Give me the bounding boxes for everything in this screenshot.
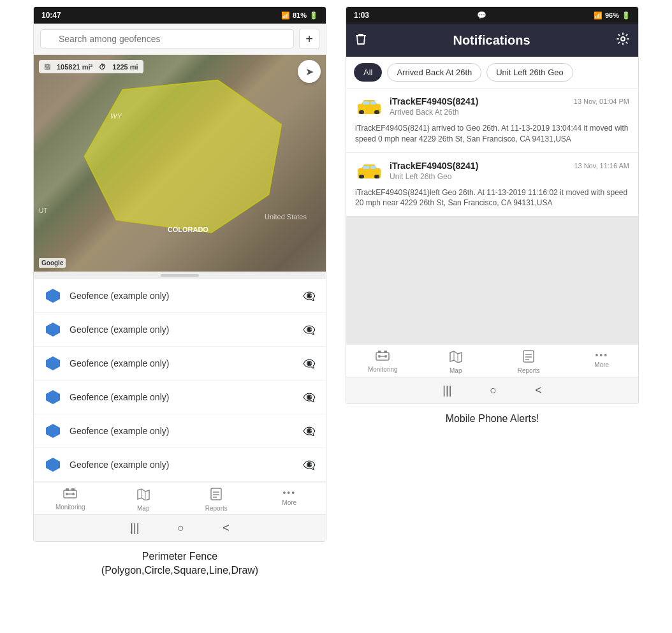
geofence-polygon (34, 55, 326, 271)
left-phone-screen: 10:47 📶 81% 🔋 🔍 + WY UT (33, 6, 326, 542)
android-recents-r[interactable]: ||| (442, 384, 451, 397)
map-area: WY UT United States COLORADO ▨ 105821 mi… (34, 55, 326, 272)
status-bar-right: 1:03 💬 📶 96% 🔋 (346, 7, 638, 24)
notif-time: 13 Nov, 11:16 AM (574, 162, 629, 170)
notif-device-name: iTrackEF4940S(8241) (390, 96, 478, 106)
notif-card-header: iTrackEF4940S(8241) 13 Nov, 01:04 PM Arr… (355, 96, 629, 119)
svg-rect-38 (523, 351, 534, 362)
android-back[interactable]: < (223, 521, 230, 535)
svg-rect-29 (370, 166, 376, 169)
status-icons-left: 📶 81% 🔋 (281, 11, 318, 20)
nav-map[interactable]: Map (107, 488, 180, 512)
geofence-item[interactable]: Geofence (example only) 👁️‍🗨️ (34, 448, 326, 482)
geofence-label: Geofence (example only) (69, 460, 295, 470)
notification-item[interactable]: iTrackEF4940S(8241) 13 Nov, 01:04 PM Arr… (346, 89, 638, 153)
android-nav-right: ||| ○ < (346, 377, 638, 404)
svg-rect-15 (211, 488, 221, 500)
eye-off-icon[interactable]: 👁️‍🗨️ (303, 290, 316, 302)
reports-icon-r (522, 350, 535, 366)
delete-button[interactable] (355, 33, 367, 48)
svg-rect-32 (384, 351, 387, 353)
map-label-wy: WY (110, 112, 122, 120)
nav-monitoring[interactable]: Monitoring (34, 488, 107, 512)
android-back-r[interactable]: < (535, 384, 542, 397)
right-phone-screen: 1:03 💬 📶 96% 🔋 Notifications (346, 6, 639, 404)
filter-left[interactable]: Unit Left 26th Geo (486, 63, 573, 82)
bottom-nav-right: Monitoring Map (346, 344, 638, 377)
nav-reports-label-r: Reports (518, 367, 540, 374)
android-nav-left: ||| ○ < (34, 514, 326, 541)
geofence-item[interactable]: Geofence (example only) 👁️‍🗨️ (34, 279, 326, 313)
notification-item[interactable]: iTrackEF4940S(8241) 13 Nov, 11:16 AM Uni… (346, 153, 638, 217)
eye-off-icon[interactable]: 👁️‍🗨️ (303, 358, 316, 370)
status-bar-left: 10:47 📶 81% 🔋 (34, 7, 326, 24)
map-area-value: 105821 mi² (57, 63, 92, 71)
battery-right: 96% (605, 11, 619, 19)
geofence-item[interactable]: Geofence (example only) 👁️‍🗨️ (34, 313, 326, 347)
notif-subtitle: Arrived Back At 26th (390, 108, 629, 117)
svg-point-19 (621, 37, 625, 41)
car-icon (355, 98, 383, 117)
svg-marker-0 (85, 80, 282, 233)
add-geofence-button[interactable]: + (299, 29, 319, 49)
svg-marker-3 (46, 356, 60, 370)
notification-map-area (346, 217, 638, 344)
nav-map-label: Map (137, 505, 149, 512)
eye-off-icon[interactable]: 👁️‍🗨️ (303, 391, 316, 404)
settings-button[interactable] (617, 33, 629, 48)
nav-reports-r[interactable]: Reports (492, 350, 566, 374)
map-label-ut: UT (39, 207, 47, 214)
nav-map-r[interactable]: Map (420, 350, 493, 374)
right-caption: Mobile Phone Alerts! (446, 412, 539, 426)
svg-rect-27 (374, 175, 379, 178)
left-caption: Perimeter Fence (Polygon,Circle,Square,L… (101, 549, 258, 578)
compass-button[interactable]: ➤ (298, 60, 321, 83)
battery-left: 81% (293, 11, 307, 19)
map-area-icon: ▨ (44, 62, 50, 71)
nav-monitoring-r[interactable]: Monitoring (346, 350, 420, 374)
android-recents[interactable]: ||| (130, 521, 139, 535)
geofence-item[interactable]: Geofence (example only) 👁️‍🗨️ (34, 414, 326, 448)
svg-point-34 (384, 355, 387, 358)
svg-point-10 (66, 493, 68, 495)
more-icon: ••• (282, 488, 296, 498)
geofence-polygon-icon (44, 354, 62, 372)
filter-arrived[interactable]: Arrived Back At 26th (387, 63, 481, 82)
svg-rect-28 (363, 166, 369, 169)
wifi-icon-right: 📶 (594, 11, 603, 20)
eye-off-icon[interactable]: 👁️‍🗨️ (303, 324, 316, 336)
geofence-polygon-icon (44, 287, 62, 305)
wifi-icon-left: 📶 (281, 11, 290, 20)
filter-all[interactable]: All (354, 63, 382, 82)
svg-rect-21 (359, 110, 364, 114)
nav-reports[interactable]: Reports (180, 488, 253, 512)
android-home-r[interactable]: ○ (490, 384, 497, 397)
search-wrapper: 🔍 (40, 29, 294, 48)
search-bar: 🔍 + (34, 24, 326, 55)
battery-icon-right: 🔋 (622, 11, 631, 20)
svg-rect-31 (378, 351, 381, 353)
filter-row: All Arrived Back At 26th Unit Left 26th … (346, 57, 638, 89)
geofence-item[interactable]: Geofence (example only) 👁️‍🗨️ (34, 347, 326, 381)
nav-more-label-r: More (594, 361, 609, 368)
eye-off-icon[interactable]: 👁️‍🗨️ (303, 459, 316, 471)
battery-icon-left: 🔋 (309, 11, 318, 20)
search-input[interactable] (40, 29, 294, 48)
nav-more[interactable]: ••• More (253, 488, 326, 512)
nav-more-r[interactable]: ••• More (566, 350, 639, 374)
map-label-us: United States (265, 213, 307, 221)
android-home[interactable]: ○ (177, 521, 184, 535)
map-dist-icon: ⏱ (99, 63, 106, 71)
notif-body: iTrackEF4940S(8241) arrived to Geo 26th.… (355, 123, 629, 145)
reports-icon (210, 488, 223, 504)
notif-body: iTrackEF4940S(8241)left Geo 26th. At 11-… (355, 187, 629, 209)
svg-marker-4 (46, 390, 60, 404)
geofence-polygon-icon (44, 321, 62, 338)
geofence-item[interactable]: Geofence (example only) 👁️‍🗨️ (34, 381, 326, 414)
svg-marker-1 (46, 289, 60, 303)
nav-reports-label: Reports (205, 505, 228, 512)
right-phone: 1:03 💬 📶 96% 🔋 Notifications (346, 6, 639, 426)
caption-line2: (Polygon,Circle,Square,Line,Draw) (101, 564, 258, 578)
eye-off-icon[interactable]: 👁️‍🗨️ (303, 425, 316, 437)
geofence-polygon-icon (44, 422, 62, 440)
